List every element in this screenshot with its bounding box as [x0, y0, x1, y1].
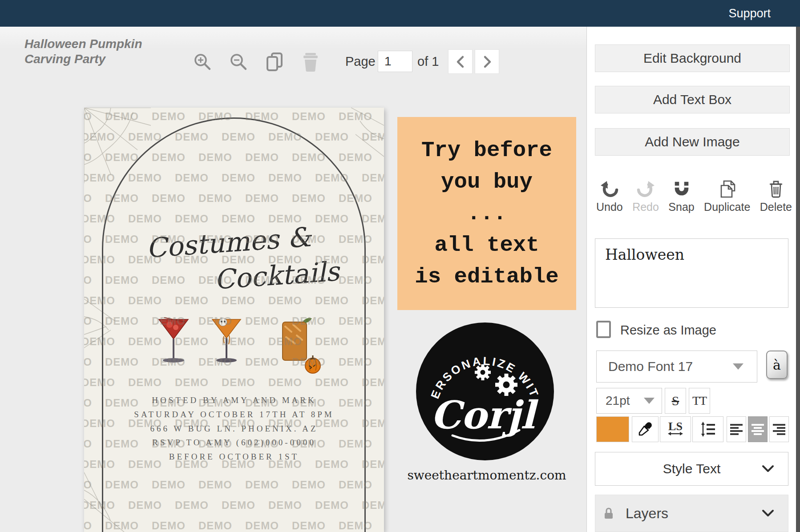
invitation-detail-line[interactable]: SATURDAY OCTOBER 17TH AT 8PM: [84, 410, 384, 419]
edit-background-button[interactable]: Edit Background: [595, 44, 790, 72]
zoom-out-icon: [229, 52, 248, 71]
invitation-detail-line[interactable]: BEFORE OCTOBER 1ST: [84, 452, 384, 462]
font-size-value: 21pt: [606, 394, 630, 408]
editor-root: Support Halloween Pumpkin Carving Party: [0, 0, 800, 532]
previous-page-button[interactable]: [448, 49, 473, 74]
align-center-icon: [752, 423, 764, 435]
delete-button[interactable]: Delete: [760, 179, 792, 214]
document-title-line2: Carving Party: [24, 52, 142, 67]
badge-brand-text: Corjl: [431, 392, 539, 437]
text-color-swatch[interactable]: [596, 416, 629, 442]
text-content-field[interactable]: Halloween: [595, 238, 788, 308]
vertical-scrollbar[interactable]: [796, 27, 800, 532]
eyedropper-button[interactable]: [632, 416, 659, 442]
duplicate-icon: [717, 179, 737, 199]
lock-icon: [603, 507, 614, 520]
invitation-detail-line[interactable]: RSVP TO AMY (602)000-0000: [84, 438, 384, 447]
support-link[interactable]: Support: [728, 7, 771, 20]
next-page-button[interactable]: [475, 49, 499, 74]
layers-section[interactable]: Layers: [595, 495, 788, 532]
invitation-detail-line[interactable]: HOSTED BY AMY AND MARK: [84, 395, 384, 405]
chevron-down-icon: [761, 464, 775, 473]
document-title-line1: Halloween Pumpkin: [24, 36, 142, 52]
undo-icon: [600, 180, 619, 199]
align-right-icon: [773, 423, 785, 435]
chevron-down-icon: [644, 398, 655, 404]
line-spacing-icon: [700, 422, 716, 437]
horizontal-arrows-icon: [668, 431, 683, 436]
style-text-section[interactable]: Style Text: [595, 452, 788, 486]
style-text-label: Style Text: [663, 461, 721, 476]
strikethrough-button[interactable]: S: [665, 388, 686, 414]
page-label: Page: [345, 54, 376, 69]
promo-line: ...: [467, 198, 506, 230]
layers-label: Layers: [626, 505, 668, 522]
invitation-canvas[interactable]: Costumes & Cocktails HO: [84, 108, 384, 532]
letter-spacing-button[interactable]: LS: [660, 416, 691, 442]
chevron-down-icon: [761, 509, 775, 518]
eyedropper-icon: [637, 421, 653, 437]
zoom-out-button[interactable]: [229, 52, 248, 71]
zoom-in-button[interactable]: [193, 52, 212, 71]
align-left-icon: [730, 423, 743, 435]
special-characters-button[interactable]: à: [766, 351, 788, 379]
trash-icon: [301, 52, 320, 72]
top-navbar: [0, 0, 800, 27]
font-family-select[interactable]: Demo Font 17: [596, 351, 757, 383]
line-spacing-button[interactable]: [692, 416, 723, 442]
chevron-left-icon: [454, 54, 467, 69]
website-text: sweetheartmomentz.com: [407, 468, 567, 483]
resize-as-image-checkbox[interactable]: [596, 321, 611, 338]
snap-button[interactable]: Snap: [668, 180, 694, 214]
resize-as-image-label: Resize as Image: [620, 323, 716, 338]
add-text-box-button[interactable]: Add Text Box: [595, 86, 790, 113]
invitation-detail-line[interactable]: 666 W BUG LN. PHOENIX. AZ: [84, 424, 384, 434]
promo-line: Try before: [421, 135, 552, 166]
magnet-icon: [672, 180, 691, 199]
chevron-right-icon: [481, 54, 494, 69]
promo-line: is editable: [415, 261, 558, 293]
redo-icon: [636, 180, 655, 199]
font-family-value: Demo Font 17: [608, 359, 693, 374]
page-number-input[interactable]: [378, 51, 412, 72]
letter-spacing-label: LS: [668, 422, 683, 431]
redo-button[interactable]: Redo: [632, 180, 659, 214]
duplicate-button[interactable]: Duplicate: [704, 179, 750, 214]
promo-line: you buy: [441, 166, 533, 198]
copy-page-button[interactable]: [265, 52, 285, 72]
font-size-select[interactable]: 21pt: [596, 388, 662, 414]
align-left-button[interactable]: [727, 416, 746, 442]
uppercase-button[interactable]: TT: [689, 388, 710, 414]
zoom-in-icon: [193, 52, 212, 71]
add-new-image-button[interactable]: Add New Image: [595, 128, 790, 156]
page-total-label: of 1: [417, 54, 439, 69]
chevron-down-icon: [733, 363, 743, 370]
promo-box: Try before you buy ... all text is edita…: [397, 117, 576, 310]
corjl-badge: PERSONALIZE WITH: [416, 322, 554, 460]
align-center-button[interactable]: [748, 416, 768, 442]
delete-icon: [767, 179, 785, 199]
document-title: Halloween Pumpkin Carving Party: [24, 36, 142, 67]
copy-page-icon: [265, 52, 285, 72]
cocktail-illustrations[interactable]: [146, 316, 324, 383]
tools-row: Undo Redo Snap Duplicate: [596, 179, 792, 214]
undo-button[interactable]: Undo: [596, 180, 623, 214]
delete-page-button[interactable]: [301, 52, 320, 72]
align-right-button[interactable]: [769, 416, 789, 442]
promo-line: all text: [434, 230, 539, 261]
